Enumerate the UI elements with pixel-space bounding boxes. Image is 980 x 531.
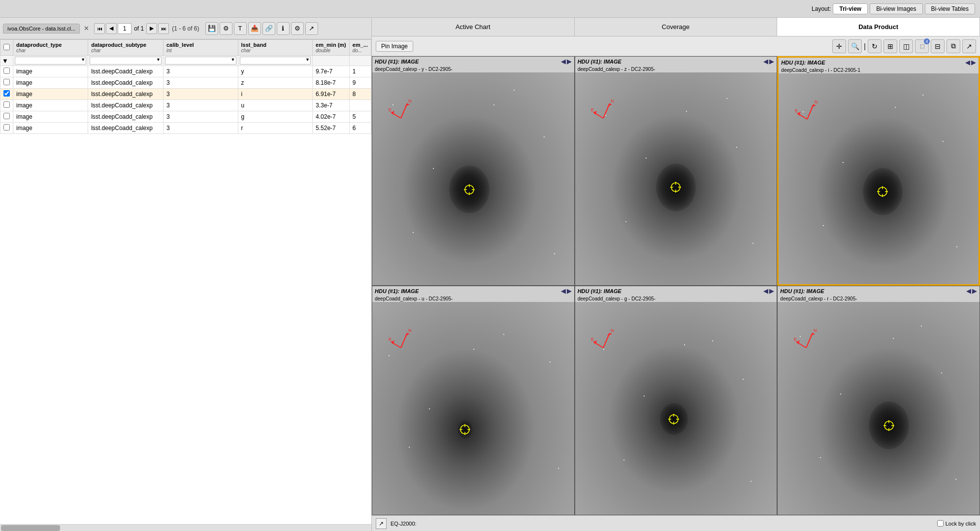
text-icon[interactable]: T <box>234 22 247 35</box>
expand-icon[interactable]: ↗ <box>305 22 318 35</box>
table-row[interactable]: image lsst.deepCoadd_calexp 3 y 9.7e-7 1 <box>0 66 371 77</box>
layers-tool-icon[interactable]: ⊟ <box>931 39 945 53</box>
next-image-btn-r[interactable]: ▶ <box>972 287 977 295</box>
filter-input-band[interactable] <box>240 57 311 65</box>
cell-em-min: 9.7e-7 <box>313 66 350 77</box>
image-canvas-y[interactable]: N E <box>372 72 574 285</box>
row-checkbox[interactable] <box>3 90 10 97</box>
filter-cell-type[interactable]: ▼ <box>13 56 88 66</box>
prev-image-btn-i[interactable]: ◀ <box>965 59 970 66</box>
row-checkbox[interactable] <box>3 113 10 119</box>
image-canvas-u[interactable]: N E <box>372 302 574 515</box>
image-canvas-g[interactable]: N E <box>575 302 777 515</box>
rotate-tool-icon[interactable]: ↻ <box>868 39 882 53</box>
close-tab-button[interactable]: ✕ <box>84 25 89 32</box>
nav-arrows-r: ◀ ▶ <box>966 287 977 295</box>
filter-input-type[interactable] <box>15 57 86 65</box>
image-cell-z[interactable]: HDU (#1): IMAGE ◀ ▶ deepCoadd_calexp - z… <box>575 56 778 286</box>
image-cell-g[interactable]: HDU (#1): IMAGE ◀ ▶ deepCoadd_calexp - g… <box>575 286 778 515</box>
link-icon[interactable]: 🔗 <box>262 22 275 35</box>
cell-em-other: 8 <box>349 89 371 100</box>
tab-data-product[interactable]: Data Product <box>777 18 980 36</box>
table-tab-label[interactable]: ivoa.ObsCore - data.lsst.cl... <box>3 24 80 33</box>
status-expand-button[interactable]: ↗ <box>376 518 387 529</box>
row-checkbox-cell[interactable] <box>0 66 13 77</box>
settings-icon[interactable]: ⚙ <box>291 22 304 35</box>
filter-input-subtype[interactable] <box>90 57 162 65</box>
image-cell-i[interactable]: HDU (#1): IMAGE ◀ ▶ deepCoadd_calexp - i… <box>777 56 980 286</box>
horizontal-scrollbar[interactable] <box>0 524 371 531</box>
row-checkbox-cell[interactable] <box>0 89 13 100</box>
table-row[interactable]: image lsst.deepCoadd_calexp 3 i 6.91e-7 … <box>0 89 371 100</box>
table-row[interactable]: image lsst.deepCoadd_calexp 3 z 8.18e-7 … <box>0 77 371 89</box>
save-icon[interactable]: 💾 <box>205 22 218 35</box>
filter-dropdown-calib[interactable]: ▼ <box>231 57 235 62</box>
info-icon[interactable]: ℹ <box>277 22 290 35</box>
copy-tool-icon[interactable]: ⧉ <box>947 39 960 53</box>
cell-em-other: 1 <box>349 66 371 77</box>
grid-tool-icon[interactable]: ⊞ <box>883 39 897 53</box>
scrollbar-thumb[interactable] <box>1 525 60 531</box>
filter-dropdown-type[interactable]: ▼ <box>81 57 85 62</box>
page-number-input[interactable] <box>118 23 131 34</box>
filter-cell-em <box>313 56 350 66</box>
data-table: dataproduct_type char dataproduct_subtyp… <box>0 39 371 134</box>
row-checkbox[interactable] <box>3 79 10 85</box>
prev-image-btn-g[interactable]: ◀ <box>763 287 768 295</box>
layout-bi-images-button[interactable]: Bi-view Images <box>870 3 922 14</box>
row-checkbox-cell[interactable] <box>0 100 13 111</box>
filter-cell-band[interactable]: ▼ <box>238 56 313 66</box>
filter-cell-subtype[interactable]: ▼ <box>88 56 163 66</box>
table-row[interactable]: image lsst.deepCoadd_calexp 3 r 5.52e-7 … <box>0 123 371 134</box>
prev-image-btn-r[interactable]: ◀ <box>966 287 971 295</box>
image-cell-r[interactable]: HDU (#1): IMAGE ◀ ▶ deepCoadd_calexp - r… <box>777 286 980 515</box>
row-checkbox-cell[interactable] <box>0 77 13 89</box>
prev-image-btn-y[interactable]: ◀ <box>561 58 566 65</box>
table-row[interactable]: image lsst.deepCoadd_calexp 3 g 4.02e-7 … <box>0 111 371 123</box>
next-image-btn-z[interactable]: ▶ <box>769 58 774 65</box>
right-panel: Active Chart Coverage Data Product Pin I… <box>372 18 980 531</box>
last-page-button[interactable]: ⏭ <box>158 23 169 34</box>
tab-coverage[interactable]: Coverage <box>575 18 778 36</box>
filter-icon[interactable]: ⚙ <box>220 22 232 35</box>
image-cell-y[interactable]: HDU (#1): IMAGE ◀ ▶ deepCoadd_calexp - y… <box>372 56 575 286</box>
prev-page-button[interactable]: ◀ <box>106 23 117 34</box>
layout-tri-view-button[interactable]: Tri-view <box>833 3 868 14</box>
filter-input-calib[interactable] <box>165 57 236 65</box>
row-checkbox[interactable] <box>3 67 10 74</box>
select-all-checkbox[interactable] <box>3 44 10 50</box>
prev-image-btn-u[interactable]: ◀ <box>561 287 566 295</box>
table-row[interactable]: image lsst.deepCoadd_calexp 3 u 3.3e-7 <box>0 100 371 111</box>
next-page-button[interactable]: ▶ <box>146 23 157 34</box>
lock-by-click-checkbox[interactable] <box>937 520 944 527</box>
layout-bi-tables-button[interactable]: Bi-view Tables <box>925 3 975 14</box>
row-checkbox-cell[interactable] <box>0 111 13 123</box>
image-canvas-z[interactable]: N E <box>575 72 777 285</box>
row-checkbox[interactable] <box>3 124 10 131</box>
next-image-btn-u[interactable]: ▶ <box>567 287 572 295</box>
prev-image-btn-z[interactable]: ◀ <box>763 58 768 65</box>
cell-calib-level: 3 <box>163 77 238 89</box>
row-checkbox[interactable] <box>3 101 10 108</box>
download-icon[interactable]: 📥 <box>248 22 261 35</box>
expand-tool-icon[interactable]: ↗ <box>962 39 976 53</box>
tab-active-chart[interactable]: Active Chart <box>372 18 575 36</box>
row-checkbox-cell[interactable] <box>0 123 13 134</box>
select-tool-icon[interactable]: ⬚4 <box>915 39 929 53</box>
next-image-btn-y[interactable]: ▶ <box>567 58 572 65</box>
filter-dropdown-subtype[interactable]: ▼ <box>156 57 161 62</box>
magnify-tool-icon[interactable]: 🔍 <box>848 39 862 53</box>
pin-image-button[interactable]: Pin Image <box>376 41 413 52</box>
image-cell-u[interactable]: HDU (#1): IMAGE ◀ ▶ deepCoadd_calexp - u… <box>372 286 575 515</box>
filter-cell-calib[interactable]: ▼ <box>163 56 238 66</box>
filter-dropdown-band[interactable]: ▼ <box>305 57 310 62</box>
crosshair-tool-icon[interactable]: ✛ <box>832 39 846 53</box>
image-canvas-i[interactable]: N E <box>779 73 979 284</box>
first-page-button[interactable]: ⏮ <box>94 23 105 34</box>
image-canvas-r[interactable]: N E <box>778 302 980 515</box>
next-image-btn-g[interactable]: ▶ <box>769 287 774 295</box>
pagination-controls: ⏮ ◀ of 1 ▶ ⏭ (1 - 6 of 6) <box>94 23 199 34</box>
select-all-header[interactable] <box>0 40 13 56</box>
next-image-btn-i[interactable]: ▶ <box>971 59 976 66</box>
overlay-tool-icon[interactable]: ◫ <box>899 39 913 53</box>
